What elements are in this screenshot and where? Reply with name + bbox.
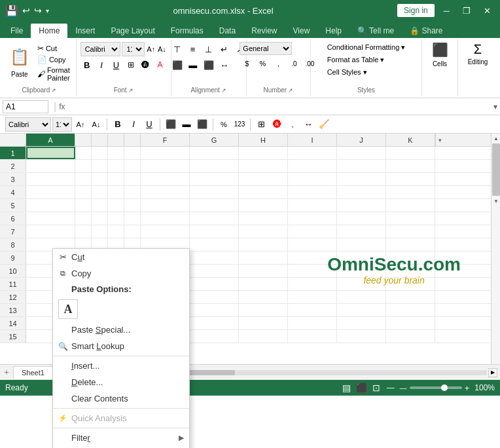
formula-input[interactable] xyxy=(68,100,494,113)
data-cell[interactable] xyxy=(386,212,435,225)
row-number[interactable]: 3 xyxy=(0,173,26,185)
col-header-scroll[interactable]: ▾ xyxy=(435,134,444,146)
data-cell[interactable] xyxy=(288,265,337,277)
dec-increase-btn[interactable]: .0 xyxy=(287,56,301,71)
tab-home[interactable]: Home xyxy=(31,24,67,38)
data-cell[interactable] xyxy=(108,212,124,225)
data-cell[interactable] xyxy=(386,330,435,343)
data-cell[interactable] xyxy=(190,147,239,159)
mini-underline[interactable]: U xyxy=(142,117,156,132)
vertical-scrollbar[interactable]: ▲ ▼ xyxy=(491,134,500,364)
data-cell[interactable] xyxy=(92,186,108,198)
row-number[interactable]: 13 xyxy=(0,304,26,316)
data-cell[interactable] xyxy=(386,160,435,172)
align-center-btn[interactable]: ▬ xyxy=(186,58,200,72)
data-cell[interactable] xyxy=(190,330,239,343)
data-cell[interactable] xyxy=(141,186,190,198)
sheet-tab-1[interactable]: Sheet1 xyxy=(13,366,53,379)
data-cell[interactable] xyxy=(288,173,337,185)
data-cell[interactable] xyxy=(190,225,239,238)
number-format-select[interactable]: General xyxy=(240,42,292,55)
data-cell[interactable] xyxy=(386,252,435,264)
data-cell[interactable] xyxy=(92,160,108,172)
data-cell[interactable] xyxy=(239,291,288,303)
middle-align-btn[interactable]: ≡ xyxy=(186,42,200,56)
font-color-button[interactable]: A xyxy=(153,58,166,72)
col-header-H[interactable]: H xyxy=(239,134,288,146)
data-cell[interactable] xyxy=(190,304,239,316)
data-cell[interactable] xyxy=(75,160,92,172)
increase-font-btn[interactable]: A↑ xyxy=(146,42,156,56)
data-cell[interactable] xyxy=(386,186,435,198)
undo-btn[interactable]: ↩ xyxy=(22,5,30,16)
scroll-thumb[interactable] xyxy=(492,143,500,196)
col-header-F[interactable]: F xyxy=(141,134,190,146)
data-cell[interactable] xyxy=(239,199,288,212)
data-cell[interactable] xyxy=(75,212,92,225)
redo-btn[interactable]: ↪ xyxy=(34,5,42,16)
data-cell[interactable] xyxy=(26,212,75,225)
tab-file[interactable]: File xyxy=(3,24,31,38)
data-cell[interactable] xyxy=(337,186,386,198)
tab-view[interactable]: View xyxy=(285,24,318,38)
col-header-B[interactable] xyxy=(75,134,92,146)
data-cell[interactable] xyxy=(337,278,386,290)
col-header-J[interactable]: J xyxy=(337,134,386,146)
data-cell[interactable] xyxy=(239,317,288,329)
percent-btn[interactable]: % xyxy=(255,56,270,71)
data-cell[interactable] xyxy=(288,199,337,212)
mini-align-right[interactable]: ⬛ xyxy=(195,117,209,132)
font-size-select[interactable]: 11 xyxy=(122,42,145,56)
normal-view-btn[interactable]: ▤ xyxy=(341,383,352,393)
data-cell[interactable] xyxy=(337,147,386,159)
data-cell[interactable] xyxy=(386,238,435,251)
data-cell[interactable] xyxy=(239,278,288,290)
data-cell[interactable] xyxy=(337,160,386,172)
save-icon[interactable]: 💾 xyxy=(5,5,18,17)
data-cell[interactable] xyxy=(75,147,92,159)
row-number[interactable]: 8 xyxy=(0,238,26,251)
data-cell[interactable] xyxy=(75,199,92,212)
data-cell[interactable] xyxy=(92,225,108,238)
format-as-table-btn[interactable]: Format as Table ▾ xyxy=(325,54,408,65)
decrease-font-btn[interactable]: A↓ xyxy=(157,42,167,56)
corner-cell[interactable] xyxy=(0,134,26,146)
border-button[interactable]: ⊞ xyxy=(124,58,137,72)
col-header-K[interactable]: K xyxy=(386,134,435,146)
menu-item-smart-lookup[interactable]: 🔍 Smart Lookup xyxy=(53,338,189,354)
data-cell[interactable] xyxy=(124,212,141,225)
mini-clear-btn[interactable]: 🧹 xyxy=(317,117,331,132)
tab-review[interactable]: Review xyxy=(243,24,285,38)
sign-in-button[interactable]: Sign in xyxy=(397,4,435,17)
data-cell[interactable] xyxy=(92,199,108,212)
data-cell[interactable] xyxy=(386,291,435,303)
data-cell[interactable] xyxy=(239,252,288,264)
row-number[interactable]: 11 xyxy=(0,278,26,290)
tab-insert[interactable]: Insert xyxy=(67,24,103,38)
minimize-button[interactable]: ─ xyxy=(440,6,454,16)
mini-fill-color-btn[interactable]: 🅐 xyxy=(270,117,284,132)
data-cell[interactable] xyxy=(190,317,239,329)
data-cell[interactable] xyxy=(108,225,124,238)
row-number[interactable]: 4 xyxy=(0,186,26,198)
data-cell[interactable] xyxy=(239,186,288,198)
data-cell[interactable] xyxy=(386,147,435,159)
top-align-btn[interactable]: ⊤ xyxy=(170,42,185,56)
data-cell[interactable] xyxy=(124,186,141,198)
close-button[interactable]: ✕ xyxy=(480,6,495,16)
col-header-E[interactable] xyxy=(124,134,141,146)
scroll-up-arrow[interactable]: ▲ xyxy=(491,134,500,143)
data-cell[interactable] xyxy=(108,173,124,185)
data-cell[interactable] xyxy=(75,186,92,198)
row-number[interactable]: 1 xyxy=(0,147,26,159)
merge-center-btn[interactable]: ↔ xyxy=(217,58,232,72)
conditional-formatting-btn[interactable]: Conditional Formatting ▾ xyxy=(325,42,408,53)
data-cell[interactable] xyxy=(190,199,239,212)
data-cell[interactable] xyxy=(190,265,239,277)
data-cell[interactable] xyxy=(288,252,337,264)
data-cell[interactable] xyxy=(386,265,435,277)
copy-button[interactable]: 📄Copy xyxy=(35,54,72,65)
add-sheet-btn[interactable]: ＋ xyxy=(0,366,13,379)
data-cell[interactable] xyxy=(26,160,75,172)
data-cell[interactable] xyxy=(108,160,124,172)
